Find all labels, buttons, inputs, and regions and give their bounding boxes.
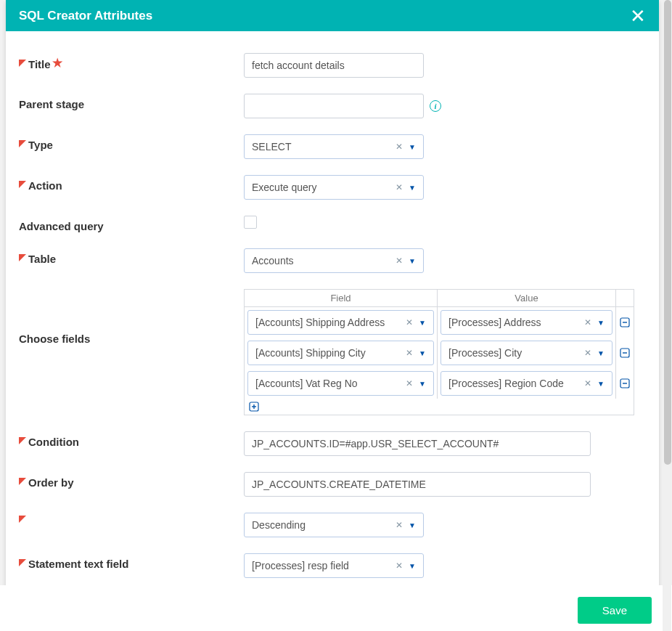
sql-creator-modal: SQL Creator Attributes ✕ Title ★ Parent … — [6, 0, 659, 604]
clear-icon[interactable]: ✕ — [401, 378, 417, 388]
clear-icon[interactable]: ✕ — [580, 317, 596, 327]
chevron-down-icon[interactable]: ▼ — [407, 521, 417, 529]
label-action: Action — [13, 175, 244, 192]
label-parent-stage: Parent stage — [13, 94, 244, 110]
clear-icon[interactable]: ✕ — [580, 348, 596, 358]
modal-footer: Save — [0, 585, 672, 631]
row-statement-text-field: Statement text field [Processes] resp fi… — [13, 553, 652, 578]
field-select-value: [Accounts] Shipping City — [255, 347, 401, 359]
row-parent-stage: Parent stage i — [13, 94, 652, 118]
clear-icon[interactable]: ✕ — [391, 182, 407, 192]
field-select[interactable]: [Accounts] Shipping Address ✕ ▼ — [247, 310, 434, 335]
label-title-text: Title — [28, 58, 51, 70]
order-by-input[interactable] — [244, 472, 591, 497]
statement-text-field-value: [Processes] resp field — [252, 560, 391, 571]
label-action-text: Action — [28, 179, 62, 192]
save-button[interactable]: Save — [578, 597, 652, 624]
clear-icon[interactable]: ✕ — [401, 348, 417, 358]
clear-icon[interactable]: ✕ — [391, 520, 407, 530]
parent-stage-input[interactable] — [244, 94, 424, 118]
label-statement-text-field: Statement text field — [13, 553, 244, 570]
advanced-query-checkbox[interactable] — [244, 216, 257, 229]
row-order-by: Order by — [13, 472, 652, 497]
row-type: Type SELECT ✕ ▼ — [13, 134, 652, 159]
label-advanced-query: Advanced query — [13, 216, 244, 232]
label-statement-text-field-text: Statement text field — [28, 558, 128, 570]
required-flag-icon — [19, 559, 26, 566]
remove-row-icon[interactable] — [620, 317, 630, 327]
field-select[interactable]: [Accounts] Vat Reg No ✕ ▼ — [247, 371, 434, 396]
label-table-text: Table — [28, 253, 56, 265]
label-choose-fields-text: Choose fields — [19, 333, 90, 345]
label-condition-text: Condition — [28, 436, 79, 448]
row-table: Table Accounts ✕ ▼ — [13, 248, 652, 273]
type-select-value: SELECT — [252, 141, 391, 152]
chevron-down-icon[interactable]: ▼ — [417, 349, 427, 357]
clear-icon[interactable]: ✕ — [391, 142, 407, 152]
chevron-down-icon[interactable]: ▼ — [417, 380, 427, 388]
close-button[interactable]: ✕ — [630, 7, 646, 25]
row-advanced-query: Advanced query — [13, 216, 652, 232]
label-table: Table — [13, 248, 244, 265]
order-dir-select-value: Descending — [252, 519, 391, 531]
clear-icon[interactable]: ✕ — [580, 378, 596, 388]
label-order-by-text: Order by — [28, 476, 74, 489]
order-dir-select[interactable]: Descending ✕ ▼ — [244, 513, 424, 537]
value-select-value: [Processes] Region Code — [448, 378, 580, 389]
remove-row-icon[interactable] — [620, 348, 630, 358]
table-row: [Accounts] Shipping City ✕ ▼ [Processes]… — [245, 338, 634, 368]
clear-icon[interactable]: ✕ — [401, 317, 417, 327]
label-order-dir — [13, 513, 244, 524]
chevron-down-icon[interactable]: ▼ — [407, 184, 417, 192]
chevron-down-icon[interactable]: ▼ — [596, 319, 606, 327]
modal-body: Title ★ Parent stage i Type — [6, 31, 659, 604]
clear-icon[interactable]: ✕ — [391, 256, 407, 266]
chevron-down-icon[interactable]: ▼ — [596, 380, 606, 388]
label-type-text: Type — [28, 139, 53, 151]
modal-header: SQL Creator Attributes ✕ — [6, 0, 659, 31]
action-select[interactable]: Execute query ✕ ▼ — [244, 175, 424, 200]
row-action: Action Execute query ✕ ▼ — [13, 175, 652, 200]
info-icon[interactable]: i — [430, 100, 441, 112]
value-select-value: [Processes] Address — [448, 317, 580, 328]
value-select[interactable]: [Processes] Address ✕ ▼ — [441, 310, 612, 335]
required-star-icon: ★ — [52, 56, 62, 70]
value-select[interactable]: [Processes] Region Code ✕ ▼ — [441, 371, 612, 396]
condition-input[interactable] — [244, 431, 591, 456]
col-header-field: Field — [245, 290, 438, 307]
modal-title: SQL Creator Attributes — [19, 9, 152, 23]
row-order-dir: Descending ✕ ▼ — [13, 513, 652, 537]
field-select[interactable]: [Accounts] Shipping City ✕ ▼ — [247, 341, 434, 365]
fields-table-header: Field Value — [245, 290, 634, 307]
remove-row-icon[interactable] — [620, 378, 630, 388]
required-flag-icon — [19, 181, 26, 188]
required-flag-icon — [19, 516, 26, 523]
title-input[interactable] — [244, 53, 424, 78]
type-select[interactable]: SELECT ✕ ▼ — [244, 134, 424, 159]
scrollbar-thumb[interactable] — [664, 0, 671, 465]
add-row-button[interactable] — [245, 399, 634, 415]
clear-icon[interactable]: ✕ — [391, 561, 407, 571]
label-order-by: Order by — [13, 472, 244, 489]
required-flag-icon — [19, 140, 26, 147]
table-row: [Accounts] Shipping Address ✕ ▼ [Process… — [245, 307, 634, 338]
chevron-down-icon[interactable]: ▼ — [407, 562, 417, 570]
chevron-down-icon[interactable]: ▼ — [407, 143, 417, 151]
value-select-value: [Processes] City — [448, 347, 580, 359]
col-header-value: Value — [438, 290, 616, 307]
value-select[interactable]: [Processes] City ✕ ▼ — [441, 341, 612, 365]
row-choose-fields: Choose fields Field Value [Accounts] Shi… — [13, 289, 652, 415]
row-title: Title ★ — [13, 53, 652, 78]
required-flag-icon — [19, 254, 26, 261]
chevron-down-icon[interactable]: ▼ — [407, 257, 417, 265]
statement-text-field-select[interactable]: [Processes] resp field ✕ ▼ — [244, 553, 424, 578]
table-select[interactable]: Accounts ✕ ▼ — [244, 248, 424, 273]
row-condition: Condition — [13, 431, 652, 456]
action-select-value: Execute query — [252, 182, 391, 193]
chevron-down-icon[interactable]: ▼ — [417, 319, 427, 327]
label-advanced-query-text: Advanced query — [19, 220, 104, 232]
label-title: Title ★ — [13, 53, 244, 71]
field-select-value: [Accounts] Shipping Address — [255, 317, 401, 328]
label-parent-stage-text: Parent stage — [19, 98, 84, 110]
chevron-down-icon[interactable]: ▼ — [596, 349, 606, 357]
